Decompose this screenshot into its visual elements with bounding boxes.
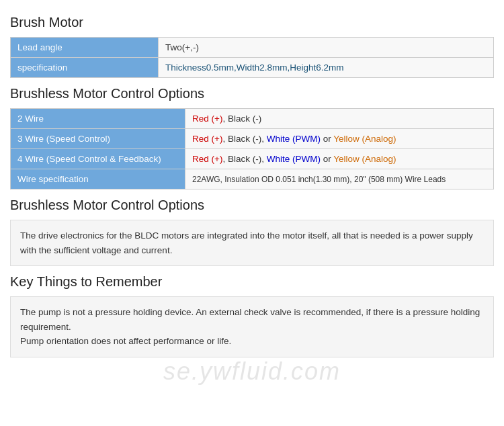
2wire-red: Red (+) [192, 114, 222, 124]
3wire-white: White (PWM) [267, 134, 321, 144]
3wire-red: Red (+) [192, 134, 222, 144]
4wire-white: White (PWM) [267, 154, 321, 164]
4wire-value: Red (+), Black (-), White (PWM) or Yello… [185, 149, 494, 169]
key-things-info: The pump is not a pressure holding devic… [10, 296, 494, 357]
3wire-yellow: Yellow (Analog) [333, 134, 396, 144]
brushless-control2-title: Brushless Motor Control Options [10, 198, 494, 214]
3wire-label: 3 Wire (Speed Control) [11, 129, 185, 149]
4wire-yellow: Yellow (Analog) [333, 154, 396, 164]
4wire-black: Black (-) [228, 154, 261, 164]
3wire-black: Black (-) [228, 134, 261, 144]
specification-text: Thickness0.5mm,Width2.8mm,Height6.2mm [165, 62, 344, 73]
wire-spec-value: 22AWG, Insulation OD 0.051 inch(1.30 mm)… [185, 169, 494, 189]
table-row: 2 Wire Red (+), Black (-) [11, 109, 494, 129]
2wire-value: Red (+), Black (-) [185, 109, 494, 129]
table-row: Lead angle Two(+,-) [11, 38, 494, 58]
wire-spec-label: Wire specification [11, 169, 185, 189]
table-row: specification Thickness0.5mm,Width2.8mm,… [11, 58, 494, 78]
3wire-or1: or [323, 134, 334, 144]
brush-motor-title: Brush Motor [10, 15, 494, 32]
table-row: 3 Wire (Speed Control) Red (+), Black (-… [11, 129, 494, 149]
2wire-label: 2 Wire [11, 109, 185, 129]
2wire-black: Black (-) [228, 114, 261, 124]
brushless-control2-text: The drive electronics for the BLDC motor… [20, 230, 473, 255]
3wire-value: Red (+), Black (-), White (PWM) or Yello… [185, 129, 494, 149]
brush-motor-table: Lead angle Two(+,-) specification Thickn… [10, 37, 494, 78]
key-things-line1: The pump is not a pressure holding devic… [20, 305, 484, 334]
table-row: Wire specification 22AWG, Insulation OD … [11, 169, 494, 189]
4wire-or1: or [323, 154, 334, 164]
brushless-control-title: Brushless Motor Control Options [10, 86, 494, 103]
lead-angle-value: Two(+,-) [159, 38, 494, 58]
wire-spec-text: 22AWG, Insulation OD 0.051 inch(1.30 mm)… [192, 175, 446, 184]
key-things-line2: Pump orientation does not affect perform… [20, 334, 484, 349]
4wire-label: 4 Wire (Speed Control & Feedback) [11, 149, 185, 169]
lead-angle-label: Lead angle [11, 38, 159, 58]
brushless-control-table: 2 Wire Red (+), Black (-) 3 Wire (Speed … [10, 108, 494, 189]
watermark: se.ywfluid.com [163, 357, 341, 386]
key-things-title: Key Things to Remember [10, 274, 494, 291]
specification-value: Thickness0.5mm,Width2.8mm,Height6.2mm [159, 58, 494, 78]
brushless-control2-info: The drive electronics for the BLDC motor… [10, 220, 494, 266]
table-row: 4 Wire (Speed Control & Feedback) Red (+… [11, 149, 494, 169]
specification-label: specification [11, 58, 159, 78]
4wire-red: Red (+) [192, 154, 222, 164]
